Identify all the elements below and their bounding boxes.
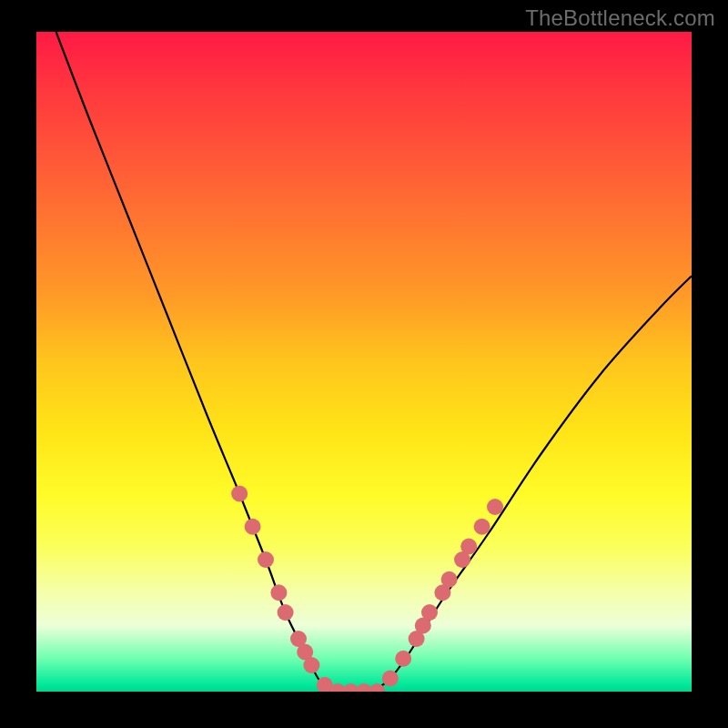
watermark-text: TheBottleneck.com [525,5,715,31]
marker-dot [270,584,287,601]
chart-frame: TheBottleneck.com [0,0,728,728]
marker-dot [460,539,477,555]
marker-dot [303,657,319,673]
marker-dot [278,604,294,621]
curve-svg [36,32,692,692]
plot-area [36,32,692,692]
marker-dot [231,486,248,502]
bottleneck-curve [56,32,692,692]
marker-dot [382,671,399,687]
marker-dot [421,604,438,621]
marker-dots [231,486,503,693]
marker-dot [441,571,458,588]
marker-dot [395,651,411,667]
marker-dot [245,519,261,535]
marker-dot [258,551,274,568]
marker-dot [474,519,490,535]
marker-dot [487,499,503,515]
